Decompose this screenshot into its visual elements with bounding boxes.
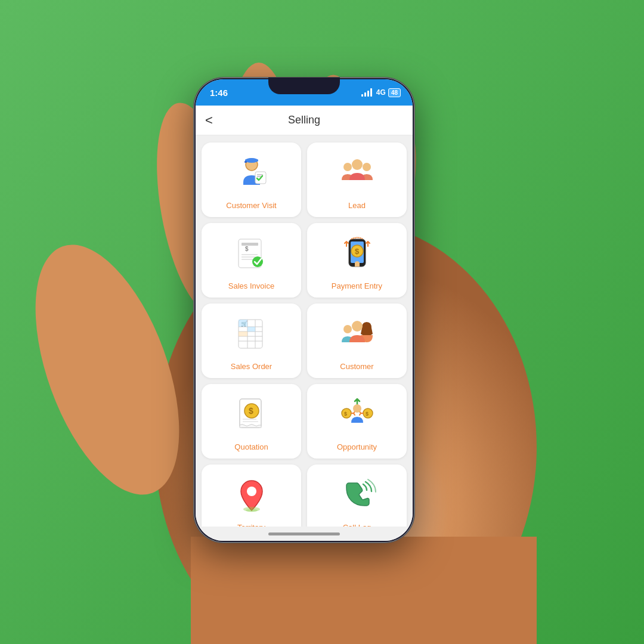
customer-visit-icon	[231, 152, 273, 194]
svg-rect-38	[239, 332, 247, 336]
sales-invoice-icon: $	[231, 233, 273, 274]
svg-point-17	[352, 159, 363, 170]
status-icons: 4G 48	[361, 88, 401, 97]
grid-item-sales-order[interactable]: 🛒 Sales Order	[202, 304, 301, 378]
svg-point-40	[343, 325, 352, 333]
svg-rect-37	[247, 327, 255, 332]
battery-indicator: 48	[388, 88, 401, 97]
svg-rect-7	[191, 537, 537, 644]
status-time: 1:46	[210, 88, 228, 98]
svg-point-52	[353, 404, 361, 413]
opportunity-icon: $ $	[336, 394, 378, 435]
svg-point-53	[247, 487, 256, 496]
lead-label: Lead	[348, 201, 366, 210]
lead-icon	[336, 152, 378, 194]
grid-item-lead[interactable]: Lead	[307, 143, 407, 217]
customer-icon	[336, 313, 378, 355]
grid-item-customer[interactable]: Customer	[307, 304, 407, 378]
svg-point-24	[252, 256, 263, 267]
network-label: 4G	[376, 88, 386, 97]
svg-text:🛒: 🛒	[241, 320, 248, 327]
sales-order-icon: 🛒	[231, 313, 273, 355]
svg-rect-19	[242, 243, 258, 246]
phone-wrapper: 1:46 4G 48	[194, 78, 414, 543]
svg-text:$: $	[344, 411, 347, 417]
grid-item-opportunity[interactable]: $ $	[307, 384, 407, 459]
grid-item-quotation[interactable]: $ Quotation	[202, 384, 301, 459]
svg-rect-10	[245, 159, 258, 162]
svg-point-42	[352, 321, 363, 332]
svg-text:$: $	[366, 411, 369, 417]
payment-entry-label: Payment Entry	[332, 281, 382, 290]
phone-notch	[268, 78, 340, 94]
grid-item-payment-entry[interactable]: $	[307, 223, 407, 298]
call-icon	[336, 474, 378, 516]
grid-item-sales-invoice[interactable]: $	[202, 223, 301, 298]
quotation-label: Quotation	[234, 442, 268, 451]
app-header: < Selling	[196, 106, 413, 135]
quotation-icon: $	[231, 394, 273, 435]
customer-visit-label: Customer Visit	[226, 201, 276, 210]
back-button[interactable]: <	[205, 113, 213, 128]
menu-grid: Customer Visit	[202, 143, 407, 527]
grid-item-territory[interactable]: Territory	[202, 465, 301, 527]
svg-text:$: $	[355, 247, 360, 256]
phone-screen: 1:46 4G 48	[196, 79, 413, 541]
svg-text:$: $	[249, 406, 253, 416]
home-indicator	[196, 527, 413, 541]
phone-frame: 1:46 4G 48	[194, 78, 414, 543]
svg-rect-11	[244, 161, 247, 163]
customer-label: Customer	[340, 362, 373, 371]
svg-point-15	[343, 163, 352, 171]
grid-item-call[interactable]: Call Log	[307, 465, 407, 527]
location-icon	[231, 474, 273, 516]
payment-entry-icon: $	[336, 233, 378, 274]
sales-order-label: Sales Order	[231, 362, 272, 371]
hand-container: 1:46 4G 48	[0, 0, 644, 644]
content-area: Customer Visit	[196, 135, 413, 527]
svg-point-55	[246, 509, 258, 512]
grid-item-customer-visit[interactable]: Customer Visit	[202, 143, 301, 217]
svg-point-16	[363, 163, 371, 171]
signal-icon	[361, 88, 372, 97]
home-bar	[268, 532, 340, 535]
svg-text:$: $	[245, 246, 249, 252]
sales-invoice-label: Sales Invoice	[228, 281, 274, 290]
opportunity-label: Opportunity	[337, 442, 377, 451]
page-title: Selling	[288, 114, 320, 126]
